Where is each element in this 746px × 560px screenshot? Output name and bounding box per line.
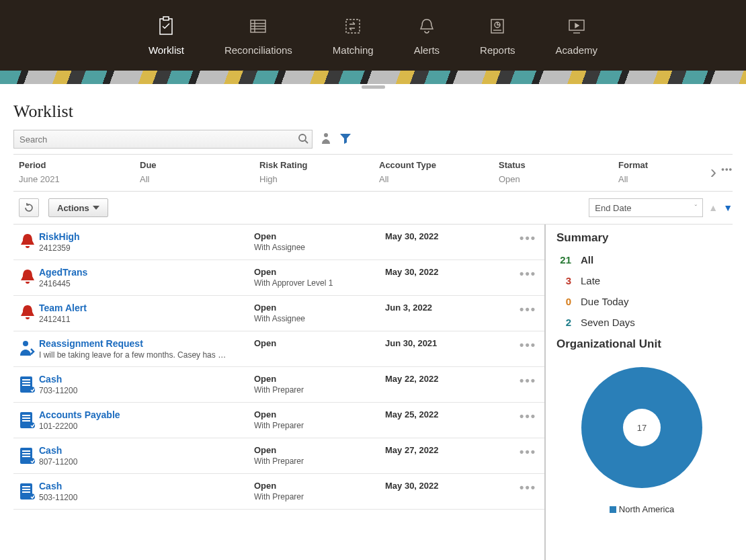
decorative-strip [0, 71, 746, 84]
row-type-icon [16, 338, 39, 357]
row-main: Reassignment RequestI will be taking lea… [39, 338, 254, 360]
filter-icon[interactable] [339, 133, 351, 146]
row-main: Accounts Payable101-22200 [39, 409, 254, 431]
row-actions-menu[interactable]: ••• [486, 338, 539, 352]
list-row[interactable]: Reassignment RequestI will be taking lea… [13, 331, 544, 367]
filter-due-value: All [140, 174, 253, 184]
summary-seven-days[interactable]: 2 Seven Days [556, 317, 727, 328]
row-date: May 27, 2022 [385, 445, 486, 455]
actions-button[interactable]: Actions [48, 198, 108, 217]
list-row[interactable]: Cash703-11200OpenWith PreparerMay 22, 20… [13, 367, 544, 403]
filter-due[interactable]: Due All [133, 160, 253, 184]
nav-reconciliations-label: Reconciliations [224, 44, 292, 56]
summary-seven-days-label: Seven Days [581, 317, 635, 328]
donut-legend[interactable]: North America [610, 504, 674, 514]
list-row[interactable]: AgedTrans2416445OpenWith Approver Level … [13, 260, 544, 296]
summary-due-today[interactable]: 0 Due Today [556, 296, 727, 307]
row-status-primary: Open [254, 374, 385, 384]
row-title[interactable]: RiskHigh [39, 231, 254, 242]
row-actions-menu[interactable]: ••• [486, 231, 539, 245]
filter-risk-label: Risk Rating [259, 160, 372, 170]
summary-all[interactable]: 21 All [556, 254, 727, 266]
monitor-play-icon [565, 15, 588, 38]
row-title[interactable]: Reassignment Request [39, 338, 254, 349]
row-status: OpenWith Assignee [254, 231, 385, 252]
nav-academy-label: Academy [556, 44, 598, 56]
row-date: May 25, 2022 [385, 409, 486, 419]
search-icon[interactable] [298, 133, 308, 146]
filter-account-type[interactable]: Account Type All [372, 160, 492, 184]
legend-swatch [610, 506, 616, 513]
collapse-handle[interactable] [0, 84, 746, 89]
side-pane: Summary 21 All 3 Late 0 Due Today 2 Seve… [544, 225, 733, 560]
filter-risk-value: High [259, 174, 372, 184]
sort-asc-icon[interactable]: ▲ [708, 202, 718, 213]
summary-late-label: Late [581, 275, 600, 286]
nav-reconciliations[interactable]: Reconciliations [224, 15, 292, 56]
row-actions-menu[interactable]: ••• [486, 481, 539, 495]
row-title[interactable]: Cash [39, 481, 254, 491]
nav-reports-label: Reports [480, 44, 515, 56]
sort-select[interactable]: End Date ˇ [589, 198, 703, 217]
row-actions-menu[interactable]: ••• [486, 409, 539, 424]
row-main: RiskHigh2412359 [39, 231, 254, 253]
svg-rect-34 [22, 489, 30, 490]
donut-chart[interactable]: 17 [575, 360, 709, 495]
row-actions-menu[interactable]: ••• [486, 374, 539, 388]
row-subtitle: I will be taking leave for a few months.… [39, 350, 254, 360]
filter-risk-rating[interactable]: Risk Rating High [253, 160, 372, 184]
list-row[interactable]: Accounts Payable101-22200OpenWith Prepar… [13, 403, 544, 438]
svg-rect-28 [22, 450, 30, 452]
filter-more-icon[interactable]: ••• [721, 164, 733, 174]
summary-late[interactable]: 3 Late [556, 275, 727, 286]
nav-worklist[interactable]: Worklist [149, 15, 184, 56]
filter-next-icon[interactable]: › [710, 161, 716, 183]
user-role-icon[interactable] [321, 132, 331, 147]
filter-period[interactable]: Period June 2021 [13, 160, 133, 184]
row-status-secondary: With Preparer [254, 456, 385, 466]
clipboard-check-icon [155, 15, 177, 38]
filter-account-value: All [379, 174, 492, 184]
nav-reports[interactable]: Reports [480, 15, 515, 56]
row-status-secondary: With Assignee [254, 314, 385, 323]
row-title[interactable]: Cash [39, 445, 254, 456]
list-grid-icon [247, 15, 270, 38]
sort-desc-icon[interactable]: ▼ [723, 202, 733, 213]
row-actions-menu[interactable]: ••• [486, 445, 539, 459]
row-title[interactable]: Team Alert [39, 303, 254, 313]
nav-academy[interactable]: Academy [556, 15, 598, 56]
svg-rect-25 [22, 420, 30, 422]
row-status-secondary: With Preparer [254, 385, 385, 395]
row-status-primary: Open [254, 231, 385, 241]
nav-worklist-label: Worklist [149, 44, 184, 56]
svg-rect-1 [163, 17, 169, 20]
row-title[interactable]: Cash [39, 374, 254, 385]
row-type-icon [16, 303, 39, 321]
list-scroll[interactable]: RiskHigh2412359OpenWith AssigneeMay 30, … [13, 225, 544, 560]
nav-matching[interactable]: Matching [333, 15, 374, 56]
filter-period-label: Period [19, 160, 133, 170]
row-status-primary: Open [254, 303, 385, 313]
svg-rect-24 [22, 417, 30, 419]
row-actions-menu[interactable]: ••• [486, 267, 539, 281]
search-input[interactable] [13, 130, 313, 149]
nav-alerts[interactable]: Alerts [414, 15, 440, 56]
nav-alerts-label: Alerts [414, 44, 440, 56]
row-date: May 30, 2022 [385, 267, 486, 277]
summary-all-label: All [581, 254, 593, 266]
legend-label: North America [619, 504, 674, 514]
list-row[interactable]: Team Alert2412411OpenWith AssigneeJun 3,… [13, 296, 544, 331]
row-actions-menu[interactable]: ••• [486, 303, 539, 317]
list-row[interactable]: RiskHigh2412359OpenWith AssigneeMay 30, … [13, 225, 544, 260]
row-title[interactable]: AgedTrans [39, 267, 254, 278]
swap-arrows-icon [341, 15, 364, 38]
filter-status[interactable]: Status Open [492, 160, 612, 184]
svg-rect-33 [22, 486, 30, 487]
row-status-secondary: With Assignee [254, 243, 385, 252]
list-row[interactable]: Cash503-11200OpenWith PreparerMay 30, 20… [13, 474, 544, 510]
svg-rect-35 [22, 491, 30, 493]
filter-due-label: Due [140, 160, 253, 170]
list-row[interactable]: Cash807-11200OpenWith PreparerMay 27, 20… [13, 438, 544, 474]
row-title[interactable]: Accounts Payable [39, 409, 254, 420]
refresh-button[interactable] [19, 198, 39, 217]
